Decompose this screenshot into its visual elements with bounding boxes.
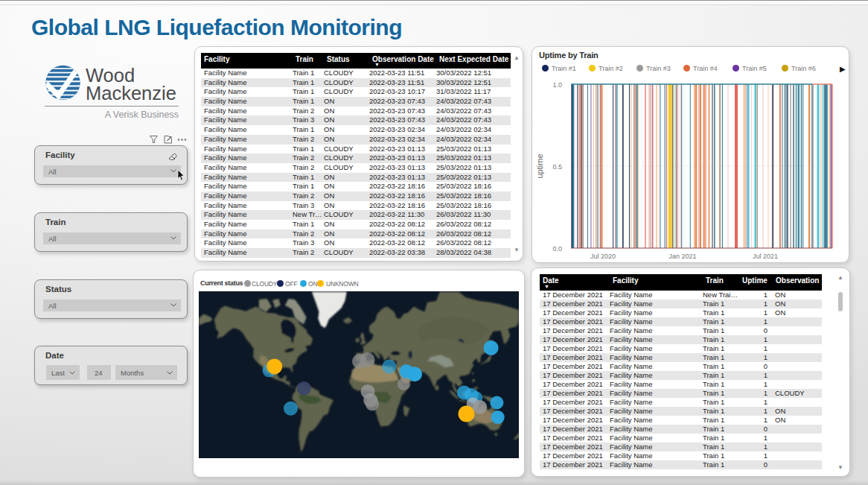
svg-text:uptime: uptime — [535, 153, 544, 178]
svg-text:Jan 2021: Jan 2021 — [668, 253, 696, 260]
svg-text:A Verisk Business: A Verisk Business — [105, 110, 179, 120]
svg-text:Jul 2021: Jul 2021 — [753, 253, 778, 260]
svg-text:0.5: 0.5 — [552, 163, 562, 171]
svg-text:Jul 2020: Jul 2020 — [590, 253, 616, 260]
svg-text:0.0: 0.0 — [552, 245, 562, 253]
svg-text:Mackenzie: Mackenzie — [86, 83, 176, 104]
svg-text:1.0: 1.0 — [552, 81, 562, 89]
